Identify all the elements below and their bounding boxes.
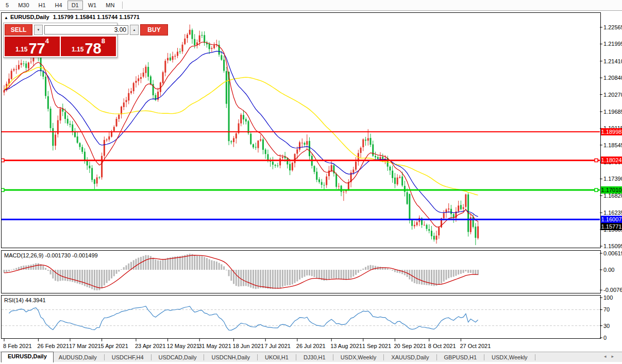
- rsi-axis-label: 0: [603, 335, 607, 341]
- date-axis-label: 17 Mar 2021: [69, 343, 101, 349]
- buy-price-main: 78: [85, 42, 101, 55]
- date-axis-label: 8 Oct 2021: [428, 343, 456, 349]
- price-badge-1.18024: 1.18024: [601, 157, 622, 164]
- date-axis-label: 27 Oct 2021: [460, 343, 491, 349]
- rsi-axis-label: 30: [603, 323, 610, 329]
- price-axis-label: 1.21410: [603, 58, 622, 64]
- tab-separator: [296, 354, 296, 360]
- date-axis-label: 13 Aug 2021: [330, 343, 362, 349]
- tab-xauusd-daily[interactable]: XAUUSD,Daily: [386, 353, 434, 361]
- rsi-axis-label: 70: [603, 306, 610, 313]
- rsi-pane[interactable]: [1, 295, 601, 339]
- tab-dj30-h1[interactable]: DJ30,H1: [298, 353, 331, 361]
- chart-header: ▲EURUSD,Daily1.15799 1.15841 1.15744 1.1…: [4, 14, 140, 20]
- macd-label: MACD(12,26,9) -0.001730 -0.001499: [4, 252, 98, 258]
- timeframe-button-mn[interactable]: MN: [102, 1, 119, 10]
- one-click-trade-panel: SELL ▼ ▲ BUY 1.15 77 4 1.15 78 8: [3, 23, 117, 58]
- price-axis-label: 1.20840: [603, 75, 622, 81]
- price-badge-1.16007: 1.16007: [601, 216, 622, 223]
- date-axis-label: 8 Feb 2021: [3, 343, 32, 349]
- timeframe-button-5[interactable]: 5: [2, 1, 13, 10]
- tab-usdcad-daily[interactable]: USDCAD,Daily: [154, 353, 202, 361]
- tab-gbpusd-h1[interactable]: GBPUSD,H1: [439, 353, 482, 361]
- timeframe-button-w1[interactable]: W1: [84, 1, 101, 10]
- sell-price-box[interactable]: 1.15 77 4: [5, 37, 60, 56]
- tab-usdchf-h4[interactable]: USDCHF,H4: [107, 353, 149, 361]
- price-badge-1.18998: 1.18998: [601, 128, 622, 135]
- tab-usdx-weekly[interactable]: USDX,Weekly: [486, 353, 532, 361]
- tab-usdx-weekly[interactable]: USDX,Weekly: [335, 353, 381, 361]
- price-axis-label: 1.19685: [603, 109, 622, 115]
- date-axis-label: 20 Sep 2021: [394, 343, 426, 349]
- price-axis-label: 1.21995: [603, 41, 622, 47]
- date-axis-label: 1 Sep 2021: [362, 343, 391, 349]
- macd-axis-label: 0.00: [603, 267, 622, 273]
- tab-scroll-right-icon[interactable]: ▸: [611, 354, 619, 359]
- sell-price-main: 77: [28, 42, 45, 55]
- tab-scroll-arrows: ◂▸: [604, 354, 619, 359]
- volume-decrease-button[interactable]: ▼: [34, 25, 43, 35]
- buy-price-box[interactable]: 1.15 78 8: [61, 37, 116, 56]
- buy-price-pip: 8: [102, 37, 105, 45]
- sell-button[interactable]: SELL: [5, 24, 32, 36]
- buy-price-prefix: 1.15: [72, 46, 83, 53]
- collapse-arrow-icon[interactable]: ▲: [4, 15, 8, 20]
- volume-increase-button[interactable]: ▲: [130, 25, 139, 35]
- macd-axis-label: 0.006193: [603, 250, 622, 256]
- tab-separator: [204, 354, 204, 360]
- tab-separator: [484, 354, 484, 360]
- symbol-tabbar: EURUSD,DailyAUDUSD,DailyUSDCHF,H4USDCAD,…: [0, 352, 622, 362]
- tab-separator: [535, 354, 535, 360]
- tab-separator: [333, 354, 333, 360]
- price-axis-label: 1.15095: [603, 243, 622, 249]
- chart-symbol-label: EURUSD,Daily: [10, 14, 49, 20]
- rsi-axis-label: 100: [603, 294, 613, 301]
- date-axis-label: 31 May 2021: [198, 343, 231, 349]
- timeframe-toolbar: 5M30H1H4D1W1MN: [0, 0, 622, 11]
- date-axis-label: 5 Apr 2021: [101, 343, 128, 349]
- current-price-badge: 1.15771: [601, 223, 622, 230]
- volume-input[interactable]: [44, 25, 128, 34]
- tab-separator: [104, 354, 105, 360]
- date-axis-label: 26 Jul 2021: [296, 343, 326, 349]
- trading-terminal: { "toolbar": { "timeframes": ["5", "M30"…: [0, 0, 622, 364]
- price-axis-label: 1.20270: [603, 92, 622, 98]
- price-axis-label: 1.22565: [603, 24, 622, 30]
- tab-separator: [436, 354, 437, 360]
- price-axis-label: 1.18545: [603, 142, 622, 148]
- date-axis-label: 7 Jul 2021: [264, 343, 291, 349]
- tab-separator: [383, 354, 384, 360]
- tab-eurusd-daily[interactable]: EURUSD,Daily: [1, 352, 54, 362]
- timeframe-button-d1[interactable]: D1: [68, 1, 83, 10]
- price-badge-1.17010: 1.17010: [601, 186, 622, 194]
- rsi-label: RSI(14) 44.3941: [4, 297, 46, 303]
- date-axis-label: 12 May 2021: [167, 343, 200, 349]
- tab-scroll-left-icon[interactable]: ◂: [604, 354, 612, 359]
- tab-separator: [151, 354, 152, 360]
- sell-price-pip: 4: [45, 37, 49, 45]
- timeframe-button-m30[interactable]: M30: [14, 1, 33, 10]
- date-axis-label: 23 Apr 2021: [135, 343, 165, 349]
- sell-price-prefix: 1.15: [15, 46, 27, 53]
- timeframe-button-h4[interactable]: H4: [51, 1, 66, 10]
- timeframe-button-h1[interactable]: H1: [35, 1, 50, 10]
- macd-axis-label: -0.007625: [603, 287, 622, 293]
- date-axis-label: 18 Jun 2021: [233, 343, 264, 349]
- chart-ohlc-values: 1.15799 1.15841 1.15744 1.15771: [53, 14, 140, 20]
- price-axis-label: 1.16235: [603, 210, 622, 216]
- price-axis-label: 1.17390: [603, 176, 622, 182]
- tab-audusd-daily[interactable]: AUDUSD,Daily: [54, 353, 102, 361]
- tab-separator: [257, 354, 258, 360]
- buy-button[interactable]: BUY: [140, 24, 168, 36]
- tab-ukoil-h1[interactable]: UKOil,H1: [260, 353, 294, 361]
- date-axis-label: 26 Feb 2021: [37, 343, 69, 349]
- tab-usdcnh-daily[interactable]: USDCNH,Daily: [206, 353, 255, 361]
- toolbar-separator: [122, 2, 123, 9]
